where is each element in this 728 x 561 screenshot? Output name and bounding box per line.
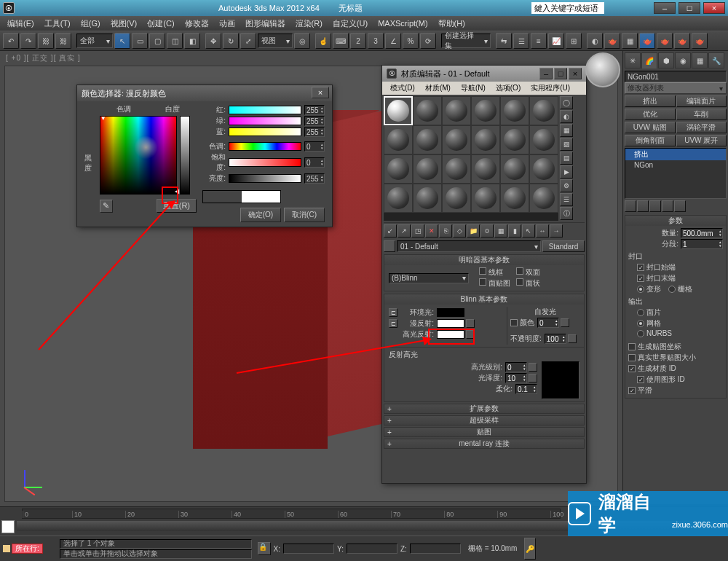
mirror-button[interactable]: ⇆	[496, 33, 512, 49]
diffuse-map-button[interactable]	[466, 319, 475, 328]
stack-pin-button[interactable]	[625, 200, 636, 212]
render-setup-button[interactable]: 🫖	[604, 33, 620, 49]
location-button[interactable]: 所在行:	[12, 544, 43, 554]
realworld-check[interactable]	[628, 354, 636, 361]
segments-spinner[interactable]: 1	[681, 239, 723, 249]
mat-menu-mode[interactable]: 模式(D)	[387, 82, 419, 94]
sample-slot[interactable]	[471, 184, 500, 213]
move-button[interactable]: ✥	[205, 33, 221, 49]
modbtn-bevelprofile[interactable]: 倒角剖面	[625, 135, 676, 146]
selection-filter[interactable]: 全部	[76, 34, 113, 48]
link-button[interactable]: ⛓	[38, 33, 54, 49]
selfillum-color-check[interactable]	[510, 319, 518, 326]
amount-spinner[interactable]: 500.0mm	[681, 228, 723, 238]
scale-button[interactable]: ⤢	[240, 33, 256, 49]
supersample-rollout[interactable]: +超级采样	[384, 415, 585, 425]
undo-button[interactable]: ↶	[3, 33, 19, 49]
faced-check[interactable]	[516, 278, 523, 286]
mesh-radio[interactable]	[637, 320, 644, 327]
z-coord[interactable]	[410, 544, 461, 554]
options-button[interactable]: ⚙	[560, 179, 573, 192]
material-name-field[interactable]: 01 - Default	[397, 240, 541, 252]
diffuse-lock-button[interactable]: ⊏	[389, 319, 397, 328]
mat-menu-util[interactable]: 实用程序(U)	[527, 82, 574, 94]
y-coord[interactable]	[347, 544, 397, 554]
sample-slot[interactable]	[529, 125, 558, 154]
modifier-list-dropdown[interactable]: 修改器列表	[625, 82, 727, 94]
panel-tab-create[interactable]: ✳	[625, 52, 641, 68]
luminance-slider[interactable]: ◀	[180, 116, 190, 195]
modbtn-uvwmap[interactable]: UVW 贴图	[625, 122, 676, 133]
capstart-check[interactable]	[637, 264, 644, 271]
close-button[interactable]: ×	[703, 2, 725, 14]
shader-dropdown[interactable]: (B)Blinn	[389, 273, 469, 283]
rollout-params-header[interactable]: 参数	[625, 216, 726, 226]
hue-slider[interactable]	[229, 142, 301, 151]
gloss-map-button[interactable]	[529, 374, 537, 382]
key-lock-button[interactable]: 🔑	[524, 538, 536, 560]
opacity-spinner[interactable]: 100	[545, 334, 566, 344]
grid-radio[interactable]	[668, 286, 676, 293]
put-scene-button[interactable]: ↗	[397, 224, 411, 238]
select-window-button[interactable]: ◫	[167, 33, 183, 49]
panel-tab-motion[interactable]: ◉	[675, 52, 691, 68]
sample-slot[interactable]	[442, 184, 471, 213]
diffuse-swatch[interactable]	[437, 319, 464, 328]
useshape-check[interactable]	[637, 376, 644, 383]
snap-angle-button[interactable]: ∠	[385, 33, 401, 49]
spinner-snap-button[interactable]: ⟳	[420, 33, 436, 49]
sample-slot[interactable]	[500, 154, 529, 184]
sample-slot[interactable]	[471, 96, 500, 125]
menu-create[interactable]: 创建(C)	[143, 17, 178, 31]
ambient-lock-button[interactable]: ⊏	[389, 308, 397, 317]
snap-3d-button[interactable]: 3	[368, 33, 384, 49]
sample-slot[interactable]	[529, 184, 558, 213]
menu-edit[interactable]: 编辑(E)	[3, 17, 39, 31]
minimize-button[interactable]: –	[654, 2, 676, 14]
go-parent-button[interactable]: ↖	[522, 224, 535, 238]
modbtn-lathe[interactable]: 车削	[676, 109, 727, 120]
blue-value[interactable]: 255	[304, 127, 325, 137]
sample-type-button[interactable]: ◯	[560, 96, 573, 109]
named-selection[interactable]: 创建选择集	[441, 34, 491, 48]
select-by-mat-button[interactable]: ☰	[560, 193, 573, 206]
specular-map-button[interactable]	[466, 330, 475, 339]
x-coord[interactable]	[283, 544, 334, 554]
go-forward-button[interactable]: →	[550, 224, 563, 238]
panel-tab-utilities[interactable]: 🔧	[708, 52, 724, 68]
hue-value[interactable]: 0	[304, 141, 325, 152]
twosided-check[interactable]	[516, 267, 523, 275]
opacity-map-button[interactable]	[568, 334, 577, 343]
maps-rollout[interactable]: +贴图	[384, 427, 585, 437]
sample-slot[interactable]	[384, 125, 413, 154]
specular-swatch[interactable]	[437, 330, 464, 339]
matid-button[interactable]: ⓘ	[560, 207, 573, 220]
speclevel-spinner[interactable]: 0	[505, 362, 527, 372]
stack-unique-button[interactable]	[649, 200, 661, 212]
manipulate-button[interactable]: ☝	[315, 33, 331, 49]
green-value[interactable]: 255	[304, 116, 325, 126]
sample-slot[interactable]	[413, 154, 442, 184]
make-copy-button[interactable]: ⎘	[439, 224, 452, 238]
modbtn-extrude[interactable]: 挤出	[625, 95, 676, 107]
mat-maximize-button[interactable]: □	[554, 68, 567, 79]
sample-slot[interactable]	[384, 184, 413, 213]
gloss-spinner[interactable]: 10	[505, 373, 527, 383]
sample-slot[interactable]	[500, 184, 529, 213]
select-crossing-button[interactable]: ◧	[184, 33, 200, 49]
sample-slot[interactable]	[529, 154, 558, 184]
script-listener-icon[interactable]	[3, 545, 10, 552]
morph-radio[interactable]	[637, 286, 644, 293]
go-sibling-button[interactable]: ↔	[536, 224, 549, 238]
make-preview-button[interactable]: ▶	[560, 165, 573, 178]
viewport-label[interactable]: [ +0 ][ 正交 ][ 真实 ]	[6, 53, 81, 63]
quick-render-button[interactable]: 🫖	[692, 33, 708, 49]
sample-slot[interactable]	[384, 154, 413, 184]
keyboard-button[interactable]: ⌨	[333, 33, 349, 49]
val-slider[interactable]	[229, 174, 301, 183]
sample-slot-1[interactable]	[384, 96, 413, 125]
render-prod-button[interactable]: 🫖	[657, 33, 673, 49]
reset-button[interactable]: ✕	[425, 224, 438, 238]
menu-render[interactable]: 渲染(R)	[291, 17, 327, 31]
stack-remove-button[interactable]	[662, 200, 673, 212]
